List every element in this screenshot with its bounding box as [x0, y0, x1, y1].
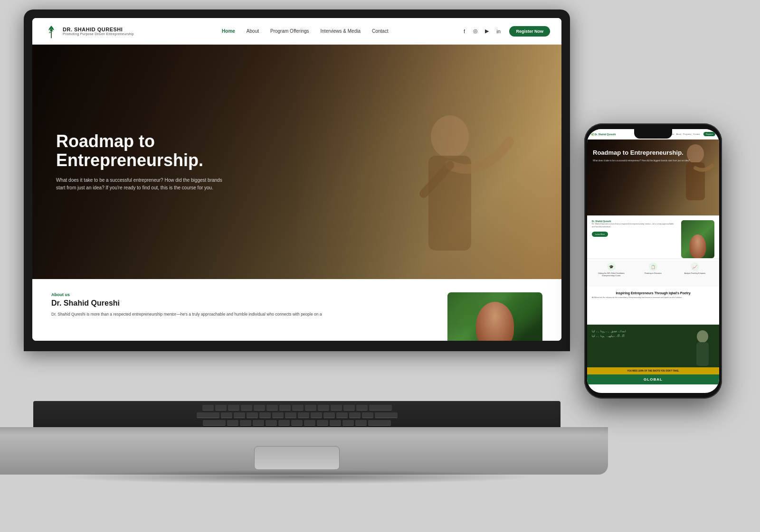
key [355, 420, 367, 426]
key-caps [203, 420, 226, 426]
laptop-screen-outer: DR. SHAHID QURESHI Promoting Purpose Dri… [24, 9, 570, 351]
key [362, 412, 373, 418]
key [291, 420, 303, 426]
key [331, 405, 342, 411]
about-image [447, 292, 542, 341]
about-name: Dr. Shahid Qureshi [51, 299, 438, 308]
key [241, 405, 252, 411]
about-text: About us Dr. Shahid Qureshi Dr. Shahid Q… [51, 292, 438, 318]
logo-text: DR. SHAHID QURESHI Promoting Purpose Dri… [63, 27, 134, 36]
phone-nav-contact[interactable]: Contact [693, 133, 700, 135]
about-section: About us Dr. Shahid Qureshi Dr. Shahid Q… [32, 279, 561, 341]
nav-links: Home About Program Offerings Interviews … [149, 28, 461, 34]
youtube-icon[interactable]: ▶ [484, 28, 490, 35]
website-mobile: 🌿 Dr. Shahid Qureshi Home About Programs… [587, 129, 719, 393]
website-desktop: DR. SHAHID QURESHI Promoting Purpose Dri… [32, 18, 561, 341]
phone-hero: Roadmap to Entrepreneurship. What does i… [587, 140, 719, 215]
hero-content: Roadmap to Entrepreneurship. What does i… [56, 132, 256, 191]
nav-programs[interactable]: Program Offerings [270, 28, 309, 34]
key [240, 420, 251, 426]
about-label: About us [51, 292, 438, 297]
nav-about[interactable]: About [247, 28, 259, 34]
scene: DR. SHAHID QURESHI Promoting Purpose Dri… [0, 0, 760, 532]
phone-feature-text-3: Analysis Teaching & Impacts [684, 272, 706, 275]
laptop-touchpad [254, 446, 340, 470]
key [318, 405, 329, 411]
keyboard-row-3 [37, 420, 557, 426]
phone-feature-3: 📈 Analysis Teaching & Impacts [675, 262, 714, 283]
laptop-shadow [59, 470, 534, 484]
phone-feature-2: 📋 Roadmap to Education [634, 262, 673, 283]
svg-rect-6 [696, 342, 709, 366]
key [266, 420, 277, 426]
phone-feature-icon-1: 🎓 [607, 262, 616, 271]
key [253, 420, 264, 426]
hero-section: Roadmap to Entrepreneurship. What does i… [32, 45, 561, 279]
phone-inspiring-title: Inspiring Entrepreneurs Through Iqbal's … [592, 291, 714, 295]
presenter-silhouette [367, 99, 533, 279]
key [304, 420, 315, 426]
phone-feature-text-1: Helping the 94% Global Candidates Entrep… [592, 272, 631, 277]
phone-about-description: Dr. Shahid Qureshi is more than a respec… [592, 223, 677, 228]
key-enter2 [368, 420, 391, 426]
facebook-icon[interactable]: f [461, 28, 467, 35]
instagram-icon[interactable]: ◎ [472, 28, 479, 35]
key [356, 405, 368, 411]
key-enter [375, 412, 398, 418]
key [323, 412, 335, 418]
register-button[interactable]: Register Now [509, 26, 550, 37]
laptop-body [0, 427, 608, 475]
phone-about-button[interactable]: Learn More [592, 232, 608, 237]
key [298, 412, 309, 418]
key [202, 405, 214, 411]
key [221, 412, 232, 418]
social-icons: f ◎ ▶ in [461, 28, 502, 35]
site-nav: DR. SHAHID QURESHI Promoting Purpose Dri… [32, 18, 561, 45]
key [266, 405, 278, 411]
key [278, 420, 290, 426]
linkedin-icon[interactable]: in [495, 28, 502, 35]
about-description: Dr. Shahid Qureshi is more than a respec… [51, 311, 438, 318]
key [336, 412, 348, 418]
phone-inspiring-description: At IEA we turn the ordinary into the ext… [592, 297, 714, 299]
key [330, 420, 341, 426]
hero-description: What does it take to be a successful ent… [56, 177, 227, 192]
site-logo: DR. SHAHID QURESHI Promoting Purpose Dri… [44, 24, 134, 39]
key [272, 412, 284, 418]
svg-point-5 [697, 330, 708, 343]
key [227, 420, 238, 426]
phone-hero-title: Roadmap to Entrepreneurship. [593, 149, 713, 157]
phone-nav-about[interactable]: About [676, 133, 681, 135]
key [247, 412, 258, 418]
nav-interviews[interactable]: Interviews & Media [321, 28, 361, 34]
phone-about-image [681, 220, 714, 258]
key [279, 405, 291, 411]
phone-notch [634, 129, 672, 139]
laptop-hinge [0, 427, 608, 435]
phone-global-text: GLOBAL [644, 377, 663, 382]
key-backspace [369, 405, 392, 411]
keyboard-row-1 [37, 405, 557, 411]
phone-hero-description: What does it take to be a successful ent… [593, 159, 713, 163]
phone-features: 🎓 Helping the 94% Global Candidates Entr… [587, 258, 719, 287]
phone-nav-programs[interactable]: Programs [683, 133, 691, 135]
phone-register-button[interactable]: Register [703, 132, 715, 136]
nav-contact[interactable]: Contact [372, 28, 388, 34]
phone-about: Dr. Shahid Qureshi Dr. Shahid Qureshi is… [587, 215, 719, 258]
key [215, 405, 227, 411]
phone-green-silhouette [691, 329, 714, 367]
logo-icon [44, 24, 59, 39]
key [349, 412, 361, 418]
phone-global-bar: GLOBAL [587, 374, 719, 384]
key [343, 405, 355, 411]
phone-logo: 🌿 Dr. Shahid Qureshi [591, 133, 616, 136]
key [228, 405, 239, 411]
nav-home[interactable]: Home [222, 28, 235, 34]
phone-feature-text-2: Roadmap to Education [645, 272, 662, 275]
phone-feature-icon-3: 📈 [691, 262, 699, 271]
key [305, 405, 316, 411]
key [311, 412, 322, 418]
key [254, 405, 265, 411]
key [259, 412, 271, 418]
phone-nav-links: Home About Programs Contact [669, 133, 700, 135]
